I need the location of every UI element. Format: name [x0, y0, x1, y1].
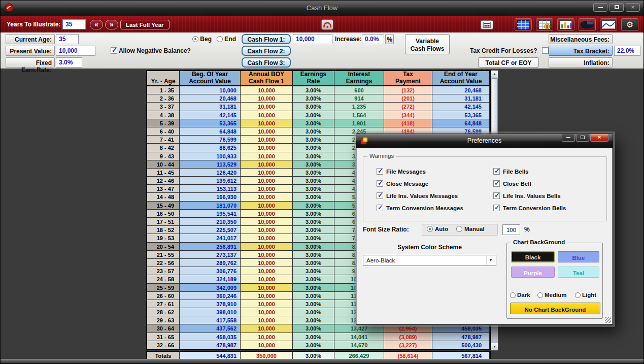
rewind-button[interactable]: «: [90, 20, 103, 29]
table-cell: 4 - 38: [147, 111, 180, 119]
maximize-button[interactable]: [609, 3, 624, 12]
chart-bg-purple-button[interactable]: Purple: [511, 267, 555, 278]
table-row: 32 - 66478,98710,0003.00%14,670(3,227)50…: [147, 341, 490, 349]
cash-flow-2-button[interactable]: Cash Flow 2:: [242, 46, 291, 56]
life-values-bells-box[interactable]: [493, 192, 500, 199]
medium-radio-circle[interactable]: [537, 292, 543, 298]
table-cell: 23 - 57: [147, 267, 180, 275]
light-radio[interactable]: Light: [575, 292, 596, 298]
chart-bg-teal-button[interactable]: Teal: [558, 267, 599, 278]
resize-grip[interactable]: [605, 317, 611, 323]
manual-radio-circle[interactable]: [456, 226, 462, 232]
cash-table-button[interactable]: $: [536, 18, 553, 31]
end-radio[interactable]: End: [217, 36, 236, 43]
table-cell: 31 - 65: [147, 333, 180, 341]
allow-negative-checkbox-box[interactable]: [111, 47, 117, 54]
allow-negative-checkbox[interactable]: Allow Negative Balance?: [111, 47, 191, 54]
fixed-earn-rate-input[interactable]: [56, 57, 82, 68]
cash-flow-1-input[interactable]: [293, 34, 332, 44]
close-bell-checkbox[interactable]: Close Bell: [493, 180, 531, 187]
manual-label: Manual: [464, 226, 485, 232]
inflation-button[interactable]: Inflation:: [549, 57, 613, 68]
tax-credit-checkbox[interactable]: Tax Credit For Losses?: [470, 47, 549, 54]
file-bells-checkbox[interactable]: File Bells: [493, 168, 529, 175]
gauge-button[interactable]: [321, 19, 333, 30]
table-cell: 3.00%: [293, 86, 334, 94]
line-chart-button[interactable]: [600, 18, 617, 31]
term-conversion-messages-box[interactable]: [377, 205, 383, 211]
close-button[interactable]: ×: [626, 3, 640, 12]
life-values-messages-box[interactable]: [377, 192, 383, 199]
increase-percent-button[interactable]: %: [385, 34, 394, 44]
table-cell: 10,000: [241, 169, 293, 177]
color-scheme-dropdown[interactable]: Aero-Black ▼: [363, 255, 496, 266]
table-cell: 360,246: [180, 292, 241, 300]
beg-radio[interactable]: Beg: [192, 36, 212, 43]
chart-bg-blue-button[interactable]: Blue: [558, 251, 599, 262]
file-messages-box[interactable]: [377, 168, 383, 175]
settings-button[interactable]: ⚙: [621, 18, 638, 31]
total-cf-or-eoy-button[interactable]: Total CF or EOY: [478, 57, 539, 68]
auto-radio-circle[interactable]: [427, 226, 433, 232]
dialog-minimize-button[interactable]: [562, 134, 575, 142]
calculator-button[interactable]: [481, 20, 493, 29]
miscellaneous-fees-button[interactable]: Miscellaneous Fees:: [549, 34, 613, 44]
tax-credit-checkbox-box[interactable]: [542, 47, 549, 54]
minimize-button[interactable]: [593, 3, 607, 12]
fast-forward-button[interactable]: »: [105, 20, 118, 29]
close-bell-box[interactable]: [493, 180, 500, 187]
beg-radio-circle[interactable]: [192, 36, 198, 42]
table-cell: 10,000: [241, 243, 293, 251]
increase-input[interactable]: [362, 34, 384, 44]
table-cell: 3.00%: [293, 284, 334, 292]
file-messages-checkbox[interactable]: File Messages: [377, 168, 426, 175]
tax-bracket-input[interactable]: [614, 46, 640, 56]
file-bells-box[interactable]: [493, 168, 500, 175]
bar-chart-button[interactable]: [557, 18, 574, 31]
current-age-input[interactable]: [56, 34, 79, 44]
table-cell: 3 - 37: [147, 103, 180, 111]
table-cell: 9 - 43: [147, 152, 180, 160]
term-conversion-bells-box[interactable]: [493, 205, 500, 211]
column-header-6: End of Year Account Value: [432, 71, 490, 86]
dark-radio-circle[interactable]: [510, 292, 516, 298]
cash-flow-3-button[interactable]: Cash Flow 3:: [242, 57, 291, 68]
term-conversion-messages-checkbox[interactable]: Term Conversion Messages: [377, 205, 463, 211]
manual-radio[interactable]: Manual: [456, 226, 485, 232]
term-conversion-bells-checkbox[interactable]: Term Conversion Bells: [493, 205, 566, 211]
scroll-down-button[interactable]: ▼: [491, 343, 498, 350]
status-bar: [1, 359, 643, 363]
variable-cash-flows-button[interactable]: Variable Cash Flows: [405, 34, 450, 54]
table-cell: 398,010: [180, 308, 241, 316]
medium-radio[interactable]: Medium: [537, 292, 566, 298]
dialog-close-button[interactable]: ×: [590, 134, 608, 142]
close-message-box[interactable]: [377, 180, 383, 187]
tax-bracket-button[interactable]: Tax Bracket:: [549, 46, 613, 56]
maximize-icon: [615, 5, 619, 9]
auto-radio[interactable]: Auto: [427, 226, 448, 232]
no-chart-background-button[interactable]: No Chart BackGround: [510, 303, 600, 314]
life-values-messages-checkbox[interactable]: Life Ins. Values Messages: [377, 192, 458, 199]
years-input[interactable]: [62, 19, 86, 29]
table-view-button[interactable]: [515, 18, 532, 31]
column-header-5: Tax Payment: [384, 71, 432, 86]
dialog-maximize-button[interactable]: [576, 134, 589, 142]
close-message-checkbox[interactable]: Close Message: [377, 180, 428, 187]
dropdown-arrow-icon[interactable]: ▼: [486, 256, 495, 264]
scroll-up-button[interactable]: ▲: [491, 71, 498, 78]
table-cell: 10,000: [241, 94, 293, 103]
cash-flow-1-button[interactable]: Cash Flow 1:: [242, 34, 291, 44]
table-cell: 30 - 64: [147, 324, 180, 333]
pie-chart-button[interactable]: [579, 18, 596, 31]
table-cell: 3.00%: [293, 144, 334, 152]
life-values-bells-checkbox[interactable]: Life Ins. Values Bells: [493, 192, 561, 199]
present-value-input[interactable]: [56, 46, 95, 56]
ratio-input[interactable]: [502, 224, 520, 235]
last-full-year-button[interactable]: Last Full Year: [120, 20, 170, 29]
dark-radio[interactable]: Dark: [510, 292, 530, 298]
end-radio-circle[interactable]: [217, 36, 223, 42]
chart-bg-black-button[interactable]: Black: [511, 251, 555, 262]
preferences-title-bar[interactable]: Preferences ×: [356, 134, 613, 148]
light-radio-circle[interactable]: [575, 292, 581, 298]
preferences-dialog: Preferences × Warnings File Messages Clo…: [356, 134, 613, 325]
